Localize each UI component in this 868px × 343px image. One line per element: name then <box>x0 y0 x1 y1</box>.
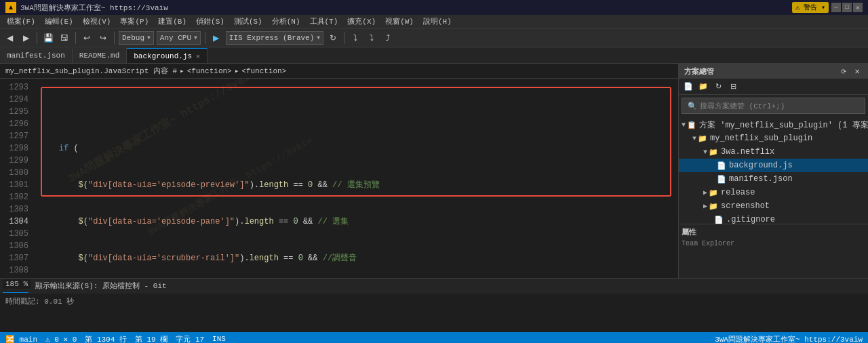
menu-view[interactable]: 檢視(V) <box>79 15 115 28</box>
solution-explorer-panel: ▼ 📋 方案 'my_netflix_sub_plugin' (1 專案) ▼ … <box>679 117 868 224</box>
tree-project-chevron: ▼ <box>692 135 696 142</box>
sidebar-search[interactable]: 🔍 搜尋方案總管 (Ctrl+;) <box>682 98 865 114</box>
search-icon: 🔍 <box>688 102 697 110</box>
menu-debug[interactable]: 偵錯(S) <box>192 15 229 28</box>
breadcrumb-sep1: ▸ <box>180 66 184 75</box>
manifest-icon: 📄 <box>717 175 726 184</box>
sidebar-refresh-button[interactable]: ↻ <box>711 80 725 94</box>
tree-project-label: my_netflix_sub_plugin <box>710 134 812 143</box>
breadcrumb-function2[interactable]: <function> <box>241 67 286 75</box>
toolbar-sep-3 <box>114 32 115 44</box>
sidebar-new-folder-button[interactable]: 📁 <box>696 80 710 94</box>
debug-mode-dropdown[interactable]: Debug ▼ <box>119 31 154 45</box>
menu-tools[interactable]: 工具(T) <box>306 15 342 28</box>
sidebar-collapse-button[interactable]: ⊟ <box>726 80 740 94</box>
toolbar-sep-5 <box>344 32 344 44</box>
tab-background-close[interactable]: ✕ <box>196 52 200 60</box>
debug-mode-label: Debug <box>122 34 144 42</box>
status-char: 字元 17 <box>176 334 204 344</box>
platform-label: Any CPU <box>160 34 191 42</box>
breadcrumb-function1[interactable]: <function> <box>187 67 232 75</box>
tab-git[interactable]: 顯示輸出來源(S): 原始檔控制 - Git <box>30 279 172 293</box>
tree-manifest-json[interactable]: 📄 manifest.json <box>679 172 868 186</box>
tab-readme[interactable]: README.md <box>73 48 127 63</box>
save-all-button[interactable]: 🖫 <box>58 31 71 45</box>
line-num-1300: 1300 <box>0 167 28 179</box>
tree-manifest-label: manifest.json <box>729 174 793 184</box>
tree-screenshot[interactable]: ▶ 📁 screenshot <box>679 199 868 213</box>
tab-background[interactable]: background.js ✕ <box>127 48 208 63</box>
code-line-1295: $("div[data-uia='episode-preview']").len… <box>39 179 678 191</box>
sidebar-sync-button[interactable]: ⟳ <box>838 66 849 77</box>
menu-file[interactable]: 檔案(F) <box>3 15 39 28</box>
menu-project[interactable]: 專案(P) <box>116 15 153 28</box>
run-button[interactable]: ▶ <box>210 31 223 45</box>
background-js-icon: 📄 <box>717 161 726 170</box>
tree-3wa-chevron: ▼ <box>703 148 707 156</box>
code-editor[interactable]: 3WA問題解決專家工作室~ https://3vaiw 3WA問題解決專家工作室… <box>0 79 678 278</box>
tree-release[interactable]: ▶ 📁 release <box>679 186 868 199</box>
tree-screenshot-label: screenshot <box>721 201 770 211</box>
platform-dropdown[interactable]: Any CPU ▼ <box>157 31 201 45</box>
menu-edit[interactable]: 編輯(E) <box>41 15 77 28</box>
forward-button[interactable]: ▶ <box>19 31 33 45</box>
back-button[interactable]: ◀ <box>3 31 16 45</box>
sidebar-new-file-button[interactable]: 📄 <box>682 80 695 94</box>
line-num-1295: 1295 <box>0 106 28 118</box>
status-bar-left: 🔀 main ⚠ 0 ✕ 0 第 1304 行 第 19 欄 字元 17 INS <box>5 334 226 344</box>
code-content[interactable]: if ( $("div[data-uia='episode-preview']"… <box>34 79 678 278</box>
tree-solution-chevron: ▼ <box>682 121 686 129</box>
tree-release-chevron: ▶ <box>703 188 707 197</box>
minimize-button[interactable]: ─ <box>831 3 841 12</box>
save-button[interactable]: 💾 <box>41 31 55 45</box>
toolbar-sep-4 <box>205 32 205 44</box>
properties-team-explorer: Team Explorer <box>682 240 865 247</box>
bottom-panel: 輸出 顯示輸出來源(S): 原始檔控制 - Git 時間戳記: 0.01 秒 <box>0 278 868 332</box>
warning-badge[interactable]: ⚠ 警告 ▾ <box>792 2 829 13</box>
screenshot-icon: 📁 <box>709 202 718 211</box>
tab-manifest[interactable]: manifest.json <box>0 48 73 63</box>
server-dropdown[interactable]: IIS Express (Brave) ▼ <box>226 31 323 45</box>
menu-test[interactable]: 測試(S) <box>230 15 267 28</box>
sidebar-header-buttons: ⟳ ✕ <box>838 66 863 77</box>
step-into-button[interactable]: ⤵ <box>365 31 378 45</box>
redo-button[interactable]: ↪ <box>96 31 110 45</box>
line-num-1297: 1297 <box>0 130 28 142</box>
undo-button[interactable]: ↩ <box>80 31 94 45</box>
tab-bar: manifest.json README.md background.js ✕ <box>0 47 868 64</box>
menu-analyze[interactable]: 分析(N) <box>268 15 304 28</box>
platform-arrow: ▼ <box>194 35 197 41</box>
sidebar: 方案總管 ⟳ ✕ 📄 📁 ↻ ⊟ 🔍 搜尋方案總管 (Ctrl+;) ▼ 📋 方… <box>678 64 868 278</box>
close-button[interactable]: ✕ <box>853 3 863 12</box>
tree-gitignore[interactable]: 📄 .gitignore <box>679 213 868 224</box>
breadcrumb-path: my_netflix_sub_plugin.JavaScript 內容 # <box>5 66 177 76</box>
line-num-1306: 1306 <box>0 240 28 252</box>
bottom-tabs: 輸出 顯示輸出來源(S): 原始檔控制 - Git <box>0 279 868 294</box>
code-line-1296: $("div[data-uia='episode-pane']").length… <box>39 216 678 228</box>
3wa-folder-icon: 📁 <box>709 148 718 157</box>
maximize-button[interactable]: □ <box>842 3 852 12</box>
sidebar-header: 方案總管 ⟳ ✕ <box>679 64 868 79</box>
line-num-1303: 1303 <box>0 203 28 216</box>
tree-3wa-netflix[interactable]: ▼ 📁 3wa.netflix <box>679 145 868 159</box>
tree-background-label: background.js <box>729 161 793 170</box>
sidebar-close-button[interactable]: ✕ <box>852 66 863 77</box>
refresh-button[interactable]: ↻ <box>326 31 340 45</box>
tab-manifest-label: manifest.json <box>7 52 65 60</box>
menu-extensions[interactable]: 擴充(X) <box>343 15 380 28</box>
line-num-1301: 1301 <box>0 179 28 191</box>
status-url: 3WA問題解決專家工作室~ https://3vaiw <box>715 334 863 344</box>
line-num-1294: 1294 <box>0 94 28 106</box>
breadcrumb-sep2: ▸ <box>235 66 239 75</box>
tab-readme-label: README.md <box>79 52 119 60</box>
menu-window[interactable]: 視窗(W) <box>381 15 418 28</box>
tab-background-label: background.js <box>134 52 192 60</box>
editor-container: my_netflix_sub_plugin.JavaScript 內容 # ▸ … <box>0 64 678 278</box>
menu-help[interactable]: 說明(H) <box>419 15 456 28</box>
menu-build[interactable]: 建置(B) <box>154 15 191 28</box>
tree-solution[interactable]: ▼ 📋 方案 'my_netflix_sub_plugin' (1 專案) <box>679 118 868 132</box>
tree-project[interactable]: ▼ 📁 my_netflix_sub_plugin <box>679 132 868 145</box>
step-over-button[interactable]: ⤵ <box>349 31 362 45</box>
step-out-button[interactable]: ⤴ <box>381 31 395 45</box>
tree-background-js[interactable]: 📄 background.js <box>679 159 868 172</box>
